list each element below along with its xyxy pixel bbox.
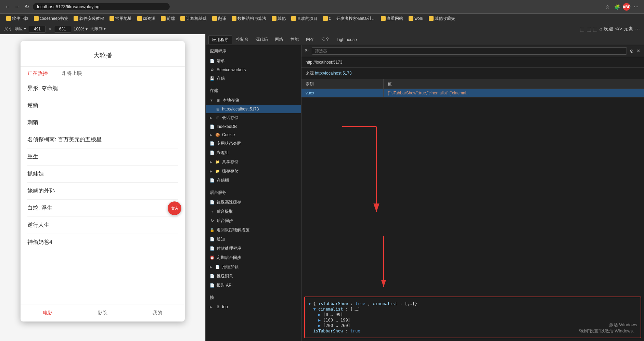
sidebar-item-shared-storage[interactable]: ▶ 📁 共享存储: [206, 157, 301, 167]
sidebar-frames-title: 帧: [206, 293, 301, 303]
bookmark-cs[interactable]: cs资源: [135, 15, 157, 22]
bookmark-cs-basics[interactable]: 计算机基础: [178, 15, 209, 22]
extensions-icon[interactable]: 🧩: [613, 3, 621, 11]
bookmark-plagiarism[interactable]: 查重网站: [379, 15, 405, 22]
bookmark-work[interactable]: work: [407, 15, 425, 22]
tab-security[interactable]: 安全: [318, 35, 333, 44]
film-item[interactable]: 刺猬: [27, 114, 178, 131]
bookmark-codesheep[interactable]: codesheep书签: [32, 15, 70, 22]
height-input[interactable]: [54, 26, 71, 32]
tab-upcoming[interactable]: 即将上映: [62, 70, 82, 77]
film-item[interactable]: 逆鳞: [27, 97, 178, 114]
tab-application[interactable]: 应用程序: [208, 35, 232, 44]
storage-bucket-icon: 📄: [210, 178, 215, 183]
sidebar-item-periodic-bg-sync[interactable]: ⏰ 定期后台同步: [206, 253, 301, 262]
clear-filter-button[interactable]: ⊘: [630, 48, 634, 54]
sidebar-item-payment-handler[interactable]: 📄 付款处理程序: [206, 244, 301, 253]
bookmark-other[interactable]: 其他: [270, 15, 288, 22]
film-item[interactable]: 异形: 夺命舰: [27, 80, 178, 97]
bookmark-more[interactable]: 其他收藏夹: [427, 15, 457, 22]
sidebar-item-top[interactable]: ▶ 🖥 top: [206, 303, 301, 311]
code-icon[interactable]: </> 元素: [615, 26, 633, 32]
film-item[interactable]: 名侦探柯南: 百万美元的五棱星: [27, 131, 178, 148]
address-bar[interactable]: [33, 3, 170, 10]
sidebar-item-cookie[interactable]: ▶ 🍪 Cookie: [206, 131, 301, 139]
tab-network[interactable]: 网络: [272, 35, 287, 44]
film-item[interactable]: 逆行人生: [27, 217, 178, 234]
sidebar-item-label: 退回限踪缓解措施: [217, 227, 249, 233]
tab-source[interactable]: 源代码: [252, 35, 271, 44]
devtools-more[interactable]: ⋯: [635, 26, 640, 32]
film-item[interactable]: 神偷奶爸4: [27, 234, 178, 251]
sidebar-item-indexeddb[interactable]: 📄 IndexedDB: [206, 122, 301, 131]
folder-icon: [137, 16, 142, 21]
table-row[interactable]: vuex {"isTabbarShow":true,"cinemalist":[…: [301, 89, 644, 97]
throttle-label: 无限制 ▾: [90, 26, 106, 32]
tab-performance[interactable]: 性能: [287, 35, 302, 44]
film-item[interactable]: 白蛇: 浮生: [27, 200, 178, 217]
tab-nowplaying[interactable]: 正在热播: [27, 70, 48, 77]
devtools-icon-3[interactable]: ⬚: [593, 26, 597, 32]
sidebar-item-label: 本地存储: [223, 97, 239, 103]
back-button[interactable]: ←: [4, 3, 11, 10]
bookmark-frontend[interactable]: 前端: [159, 15, 177, 22]
tab-memory[interactable]: 内存: [302, 35, 318, 44]
devtools-icon-1[interactable]: ⬚: [580, 26, 584, 32]
tab-console[interactable]: 控制台: [233, 35, 252, 44]
bookmark-c[interactable]: c: [321, 15, 333, 22]
profile-icon[interactable]: ABP: [623, 3, 630, 11]
sidebar-item-label: 定期后台同步: [217, 255, 241, 261]
sidebar-item-localhost[interactable]: ⊞ http://localhost:5173: [206, 105, 301, 113]
sidebar-section-title: 应用程序: [206, 47, 301, 56]
sidebar-item-interest-groups[interactable]: 📄 兴趣组: [206, 148, 301, 157]
sidebar-item-trust-tokens[interactable]: 📄 专用状态令牌: [206, 139, 301, 148]
sidebar-item-bfcache[interactable]: 📄 往返高速缓存: [206, 198, 301, 207]
sidebar-item-bounce-tracking[interactable]: 🔒 退回限踪缓解措施: [206, 225, 301, 235]
sidebar-item-service-workers[interactable]: ⚙ Service workers: [206, 66, 301, 74]
footer-tab-movies[interactable]: 电影: [21, 308, 75, 318]
bookmark-software[interactable]: 软件下载: [4, 15, 30, 22]
film-list: 异形: 夺命舰 逆鳞 刺猬 名侦探柯南: 百万美元的五棱星 重生 抓娃娃 姥姥的…: [21, 80, 185, 251]
sidebar-item-session-storage[interactable]: ▶ ⊞ 会话存储: [206, 113, 301, 122]
sidebar-item-local-storage[interactable]: ▼ ⊞ 本地存储: [206, 96, 301, 105]
sidebar-item-cache-storage[interactable]: ▶ 📁 缓存存储: [206, 167, 301, 176]
filter-input[interactable]: [312, 47, 627, 55]
film-item[interactable]: 抓娃娃: [27, 166, 178, 183]
sidebar-item-bg-sync[interactable]: ↻ 后台同步: [206, 216, 301, 225]
sidebar-section-storage: 存储 ▼ ⊞ 本地存储 ⊞ http://localhost:5173 ▶ ⊞ …: [206, 84, 301, 186]
sidebar-item-speculation[interactable]: ▶ 📄 推理加载: [206, 262, 301, 272]
close-filter-button[interactable]: ✕: [636, 48, 641, 54]
bookmark-dev-search[interactable]: 开发者搜索-Beta-让...: [334, 15, 378, 22]
size-label: 尺寸: 响应 ▾: [4, 26, 26, 32]
home-icon[interactable]: ⌂ 欢迎: [600, 26, 613, 32]
localhost-icon: ⊞: [215, 107, 220, 112]
translate-button[interactable]: 文A: [168, 201, 181, 215]
refresh-button[interactable]: ↻: [305, 48, 309, 54]
payment-handler-icon: 📄: [210, 246, 215, 251]
width-input[interactable]: [29, 26, 46, 32]
bookmark-install[interactable]: 软件安装教程: [72, 15, 106, 22]
menu-icon[interactable]: ⋯: [632, 3, 640, 11]
reload-button[interactable]: ↻: [23, 3, 30, 10]
star-icon[interactable]: ☆: [604, 3, 611, 11]
sidebar-item-bg-fetch[interactable]: ↑ 后台提取: [206, 207, 301, 216]
footer-tab-cinema[interactable]: 影院: [75, 308, 130, 318]
red-arrow-svg: [301, 232, 473, 294]
footer-tab-mine[interactable]: 我的: [130, 308, 185, 318]
film-item[interactable]: 姥姥的外孙: [27, 183, 178, 200]
bookmark-common[interactable]: 常用地址: [107, 15, 134, 22]
sidebar-item-manifest[interactable]: 📄 清单: [206, 56, 301, 66]
expand-icon: ▼: [210, 99, 213, 102]
forward-button[interactable]: →: [14, 3, 21, 10]
tab-lighthouse[interactable]: Lighthouse: [333, 36, 360, 43]
sidebar-item-storage[interactable]: 💾 存储: [206, 74, 301, 83]
bookmark-favorite[interactable]: 喜欢的项目: [289, 15, 320, 22]
bookmark-translate[interactable]: 翻译: [210, 15, 228, 22]
sidebar-item-reporting-api[interactable]: 📄 报告 API: [206, 281, 301, 290]
bookmark-ds[interactable]: 数据结构与算法: [230, 15, 268, 22]
sidebar-item-push-messaging[interactable]: 📄 推送消息: [206, 272, 301, 281]
sidebar-item-storage-bucket[interactable]: 📄 存储桶: [206, 176, 301, 185]
sidebar-item-notifications[interactable]: 📄 通知: [206, 235, 301, 244]
devtools-icon-2[interactable]: ⬚: [587, 26, 591, 32]
film-item[interactable]: 重生: [27, 148, 178, 166]
